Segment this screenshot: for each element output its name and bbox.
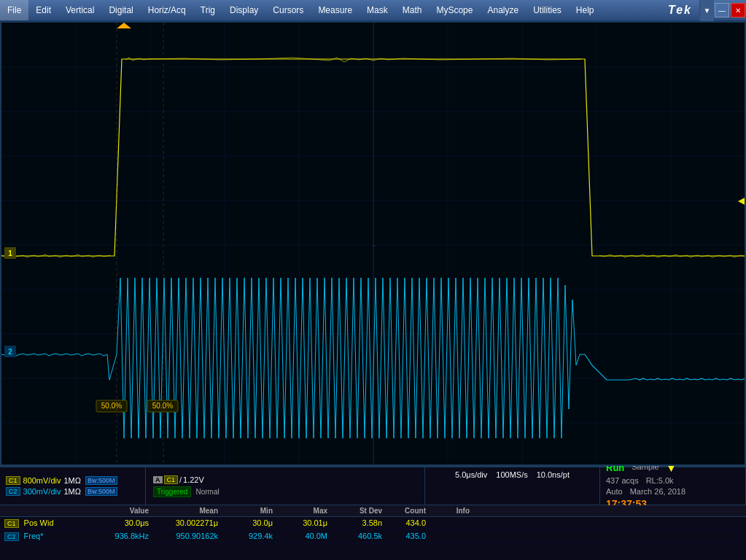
meas-row2-count: 435.0 (386, 532, 430, 541)
meas-row1-max: 30.01μ (277, 518, 332, 528)
meas-row1-value: 30.0μs (88, 518, 153, 528)
timebase-settings: 5.0μs/div 100MS/s 10.0ns/pt (425, 467, 600, 505)
meas-header-value: Value (88, 507, 153, 515)
meas-row2-ch: C2 (4, 532, 19, 541)
ch1-impedance: 1MΩ (64, 476, 82, 485)
meas-row2-value: 936.8kHz (88, 532, 153, 541)
status-bar: C1 800mV/div 1MΩ Bw:500M C2 300mV/div 1M… (0, 466, 746, 560)
scope-display: 50.0% 50.0% 1 2 (0, 21, 746, 466)
menu-utilities[interactable]: Utilities (526, 0, 569, 20)
ch1-bw: Bw:500M (85, 476, 117, 485)
meas-row-1: C1 Pos Wid 30.0μs 30.002271μ 30.0μ 30.01… (0, 517, 746, 530)
svg-text:50.0%: 50.0% (101, 402, 122, 410)
svg-text:2: 2 (8, 348, 12, 356)
ch1-indicator: C1 (6, 476, 20, 485)
meas-row2-max: 40.0M (277, 532, 332, 541)
meas-header-min: Min (222, 507, 277, 515)
menu-help[interactable]: Help (569, 0, 602, 20)
tek-logo: Tek (661, 4, 699, 17)
menu-math[interactable]: Math (395, 0, 430, 20)
time-div: 5.0μs/div (455, 470, 487, 502)
menu-mask[interactable]: Mask (360, 0, 395, 20)
auto-label: Auto (606, 487, 623, 496)
date-display: March 26, 2018 (630, 487, 685, 496)
close-button[interactable]: ✕ (731, 3, 745, 18)
ch2-indicator: C2 (6, 487, 20, 496)
acqs-count: 437 acqs (606, 476, 639, 485)
meas-header-mean: Mean (153, 507, 222, 515)
meas-row-2: C2 Freq* 936.8kHz 950.90162k 929.4k 40.0… (0, 530, 746, 543)
menu-cursors[interactable]: Cursors (265, 0, 311, 20)
ch2-bw: Bw:500M (85, 487, 117, 496)
triggered-badge: Triggered (153, 486, 191, 497)
meas-header-count: Count (386, 507, 430, 515)
menu-edit[interactable]: Edit (28, 0, 58, 20)
trigger-slash: / (179, 475, 182, 484)
status-top-row: C1 800mV/div 1MΩ Bw:500M C2 300mV/div 1M… (0, 467, 746, 505)
meas-row1-name: C1 Pos Wid (0, 518, 88, 528)
measurements-table: Value Mean Min Max St Dev Count Info C1 … (0, 505, 746, 560)
normal-badge: Normal (195, 488, 219, 496)
minimize-button[interactable]: — (715, 3, 729, 18)
menu-trig[interactable]: Trig (193, 0, 222, 20)
meas-header-max: Max (277, 507, 332, 515)
meas-row1-mean: 30.002271μ (153, 518, 222, 528)
dropdown-arrow[interactable]: ▼ (699, 0, 714, 21)
menu-myscope[interactable]: MyScope (429, 0, 480, 20)
meas-row2-mean: 950.90162k (153, 532, 222, 541)
meas-row2-meas-name: Freq* (24, 532, 44, 540)
meas-row1-meas-name: Pos Wid (24, 518, 54, 527)
scope-canvas: 50.0% 50.0% 1 2 (1, 23, 745, 464)
menu-file[interactable]: File (0, 0, 28, 20)
meas-header-name (0, 507, 88, 515)
meas-row2-name: C2 Freq* (0, 532, 88, 541)
meas-row1-count: 434.0 (386, 518, 430, 528)
trigger-info: A C1 / 1.22V Triggered Normal (146, 467, 425, 505)
run-state-section: Run Sample ▼ 437 acqs RL:5.0k Auto March… (600, 467, 746, 505)
menu-bar: File Edit Vertical Digital Horiz/Acq Tri… (0, 0, 746, 21)
menu-display[interactable]: Display (222, 0, 265, 20)
svg-text:1: 1 (8, 249, 12, 257)
rl-value: RL:5.0k (646, 476, 674, 485)
trigger-voltage: 1.22V (183, 475, 204, 484)
svg-text:50.0%: 50.0% (152, 402, 173, 410)
meas-table-header: Value Mean Min Max St Dev Count Info (0, 505, 746, 517)
meas-row2-min: 929.4k (222, 532, 277, 541)
menu-analyze[interactable]: Analyze (480, 0, 526, 20)
menu-digital[interactable]: Digital (101, 0, 140, 20)
meas-row2-info (430, 532, 474, 541)
menu-measure[interactable]: Measure (311, 0, 360, 20)
a-indicator: A (153, 476, 163, 483)
meas-row1-stdev: 3.58n (332, 518, 386, 528)
ch2-impedance: 1MΩ (64, 487, 82, 496)
trigger-ch-indicator: C1 (164, 475, 179, 484)
menu-vertical[interactable]: Vertical (58, 0, 101, 20)
points-per-sample: 10.0ns/pt (537, 470, 570, 502)
meas-header-info: Info (430, 507, 474, 515)
meas-row1-ch: C1 (4, 519, 19, 528)
sample-rate: 100MS/s (496, 470, 527, 502)
ch1-settings: C1 800mV/div 1MΩ Bw:500M C2 300mV/div 1M… (0, 467, 146, 505)
meas-row2-stdev: 460.5k (332, 532, 386, 541)
meas-row1-info (430, 518, 474, 528)
menu-horiz-acq[interactable]: Horiz/Acq (141, 0, 193, 20)
ch1-volts-div: 800mV/div (23, 476, 61, 485)
ch2-volts-div: 300mV/div (23, 487, 61, 496)
meas-header-stdev: St Dev (332, 507, 386, 515)
meas-row1-min: 30.0μ (222, 518, 277, 528)
